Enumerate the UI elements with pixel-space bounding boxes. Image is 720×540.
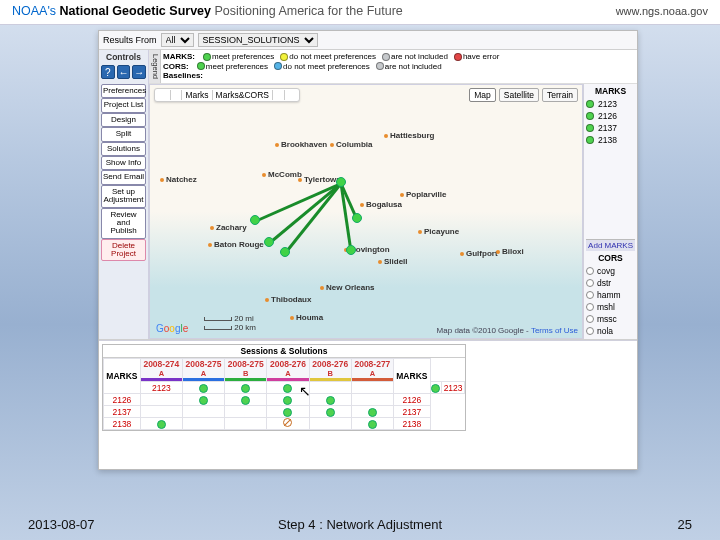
sessions-table: MARKS2008-274A2008-275A2008-275B2008-276… bbox=[103, 358, 465, 430]
mark-item[interactable]: 2137 bbox=[586, 122, 635, 134]
session-cell[interactable] bbox=[182, 406, 224, 418]
session-cell[interactable] bbox=[309, 382, 351, 394]
city-label: Slidell bbox=[378, 257, 408, 266]
mark-row-label[interactable]: 2137 bbox=[104, 406, 141, 418]
google-logo: Google bbox=[156, 323, 188, 334]
mark-item[interactable]: 2123 bbox=[586, 98, 635, 110]
session-cell[interactable] bbox=[267, 394, 309, 406]
network-node[interactable] bbox=[250, 215, 260, 225]
map-type-control: MapSatelliteTerrain bbox=[469, 88, 578, 102]
session-col[interactable]: 2008-276A bbox=[267, 359, 309, 382]
map-canvas[interactable] bbox=[150, 85, 582, 338]
legend-item: are not included bbox=[382, 52, 448, 61]
map-layer-toolbar: MarksMarks&CORS bbox=[154, 88, 300, 102]
session-cell[interactable] bbox=[351, 394, 393, 406]
back-icon[interactable]: ← bbox=[117, 65, 131, 79]
legend-item: have error bbox=[454, 52, 499, 61]
layer-tab[interactable]: Marks&CORS bbox=[213, 90, 272, 100]
layer-tab[interactable] bbox=[171, 90, 182, 100]
network-node[interactable] bbox=[336, 177, 346, 187]
session-cell[interactable] bbox=[351, 406, 393, 418]
cors-item[interactable]: covg bbox=[586, 265, 635, 277]
mark-row-label[interactable]: 2138 bbox=[104, 418, 141, 430]
mark-row-label[interactable]: 2137 bbox=[393, 406, 430, 418]
mark-row-label[interactable]: 2126 bbox=[104, 394, 141, 406]
maptype-satellite[interactable]: Satellite bbox=[499, 88, 539, 102]
marks-side-panel: MARKS 2123212621372138 Add MARKS CORS co… bbox=[583, 84, 637, 339]
session-col[interactable]: 2008-276B bbox=[309, 359, 351, 382]
session-cell[interactable] bbox=[267, 382, 309, 394]
session-cell[interactable] bbox=[225, 382, 267, 394]
mark-row-label[interactable]: 2126 bbox=[393, 394, 430, 406]
control-btn-preferences[interactable]: Preferences bbox=[101, 84, 146, 98]
app-window: Results From All SESSION_SOLUTIONS Contr… bbox=[98, 30, 638, 470]
session-cell[interactable] bbox=[182, 382, 224, 394]
city-label: New Orleans bbox=[320, 283, 374, 292]
map-attribution: Map data ©2010 Google - Terms of Use bbox=[437, 326, 578, 335]
network-node[interactable] bbox=[352, 213, 362, 223]
session-cell[interactable] bbox=[309, 418, 351, 430]
session-cell[interactable] bbox=[140, 394, 182, 406]
control-btn-project-list[interactable]: Project List bbox=[101, 98, 146, 112]
map-row: MarksMarks&CORS MapSatelliteTerrain Natc… bbox=[149, 84, 637, 339]
mark-row-label[interactable]: 2123 bbox=[140, 382, 182, 394]
network-node[interactable] bbox=[346, 245, 356, 255]
layer-tab[interactable] bbox=[273, 90, 284, 100]
forward-icon[interactable]: → bbox=[132, 65, 146, 79]
maptype-terrain[interactable]: Terrain bbox=[542, 88, 578, 102]
session-cell[interactable] bbox=[182, 418, 224, 430]
control-btn-show-info[interactable]: Show Info bbox=[101, 156, 146, 170]
help-icon[interactable]: ? bbox=[101, 65, 115, 79]
control-btn-review-and-publish[interactable]: Review and Publish bbox=[101, 208, 146, 239]
city-label: Poplarville bbox=[400, 190, 446, 199]
session-cell[interactable] bbox=[351, 382, 393, 394]
session-cell[interactable] bbox=[140, 418, 182, 430]
layer-tab[interactable]: Marks bbox=[182, 90, 211, 100]
control-btn-send-email[interactable]: Send Email bbox=[101, 170, 146, 184]
session-cell[interactable] bbox=[225, 394, 267, 406]
session-cell[interactable] bbox=[430, 382, 441, 394]
scope-select[interactable]: All bbox=[161, 33, 194, 47]
cors-item[interactable]: nola bbox=[586, 325, 635, 337]
mark-item[interactable]: 2138 bbox=[586, 134, 635, 146]
session-col[interactable]: 2008-275B bbox=[225, 359, 267, 382]
layer-tab[interactable] bbox=[159, 90, 170, 100]
mark-item[interactable]: 2126 bbox=[586, 110, 635, 122]
network-node[interactable] bbox=[264, 237, 274, 247]
mark-row-label[interactable]: 2138 bbox=[393, 418, 430, 430]
source-select[interactable]: SESSION_SOLUTIONS bbox=[198, 33, 318, 47]
cors-item[interactable]: dstr bbox=[586, 277, 635, 289]
add-marks-button[interactable]: Add MARKS bbox=[586, 239, 635, 251]
session-col[interactable]: 2008-274A bbox=[140, 359, 182, 382]
session-cell[interactable] bbox=[351, 418, 393, 430]
map-container[interactable]: MarksMarks&CORS MapSatelliteTerrain Natc… bbox=[149, 84, 583, 339]
layer-tab[interactable] bbox=[285, 90, 296, 100]
session-cell[interactable] bbox=[225, 406, 267, 418]
session-cell[interactable] bbox=[309, 394, 351, 406]
control-btn-design[interactable]: Design bbox=[101, 113, 146, 127]
session-cell[interactable] bbox=[267, 418, 309, 430]
cors-header: CORS bbox=[586, 253, 635, 263]
control-btn-solutions[interactable]: Solutions bbox=[101, 142, 146, 156]
ngs-word: National Geodetic Survey bbox=[60, 4, 211, 18]
session-col[interactable]: 2008-277A bbox=[351, 359, 393, 382]
terms-link[interactable]: Terms of Use bbox=[531, 326, 578, 335]
control-btn-delete-project[interactable]: Delete Project bbox=[101, 239, 146, 262]
control-btn-set-up-adjustment[interactable]: Set up Adjustment bbox=[101, 185, 146, 208]
marks-header: MARKS bbox=[586, 86, 635, 96]
mark-row-label[interactable]: 2123 bbox=[442, 382, 465, 394]
session-cell[interactable] bbox=[140, 406, 182, 418]
session-cell[interactable] bbox=[182, 394, 224, 406]
session-cell[interactable] bbox=[267, 406, 309, 418]
maptype-map[interactable]: Map bbox=[469, 88, 496, 102]
session-cell[interactable] bbox=[309, 406, 351, 418]
session-col[interactable]: 2008-275A bbox=[182, 359, 224, 382]
cors-item[interactable]: hamm bbox=[586, 289, 635, 301]
session-cell[interactable] bbox=[225, 418, 267, 430]
site-title: NOAA's National Geodetic Survey Position… bbox=[12, 4, 403, 18]
cors-item[interactable]: mshl bbox=[586, 301, 635, 313]
control-btn-split[interactable]: Split bbox=[101, 127, 146, 141]
network-node[interactable] bbox=[280, 247, 290, 257]
legend-tab: Legend bbox=[149, 50, 161, 83]
cors-item[interactable]: mssc bbox=[586, 313, 635, 325]
